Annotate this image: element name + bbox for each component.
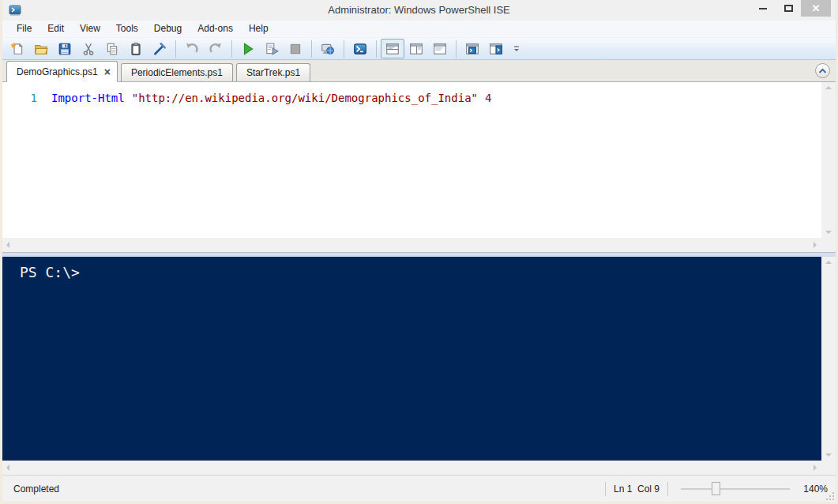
script-editor-pane: 1 Import-Html "http://en.wikipedia.org/w…	[2, 82, 836, 238]
minimize-button[interactable]	[750, 0, 776, 17]
undo-button[interactable]	[180, 39, 204, 58]
scissors-icon	[81, 42, 96, 56]
new-remote-powershell-tab-button[interactable]	[316, 39, 340, 58]
show-command-window-button[interactable]	[460, 39, 484, 58]
tab-label: StarTrek.ps1	[246, 67, 300, 78]
powershell-ise-window: Administrator: Windows PowerShell ISE ✕ …	[0, 0, 838, 504]
menu-file[interactable]: File	[9, 21, 39, 37]
collapse-script-pane-button[interactable]	[815, 63, 830, 78]
status-bar: Completed Ln 1 Col 9 140%	[2, 475, 836, 502]
editor-vertical-scrollbar[interactable]	[821, 82, 836, 238]
clear-console-pane-button[interactable]	[148, 39, 171, 58]
title-bar: Administrator: Windows PowerShell ISE ✕	[2, 0, 836, 21]
redo-button[interactable]	[204, 39, 227, 58]
code-line: 1 Import-Html "http://en.wikipedia.org/w…	[2, 82, 821, 104]
console-output[interactable]: PS C:\>	[2, 257, 821, 461]
menu-view[interactable]: View	[72, 21, 108, 37]
editor-horizontal-scrollbar[interactable]	[2, 238, 836, 252]
close-icon: ✕	[812, 3, 821, 13]
run-selection-button[interactable]	[260, 39, 284, 58]
minimize-icon	[759, 8, 767, 9]
code-command: Import-Html	[51, 92, 125, 104]
toolbar	[2, 37, 836, 60]
scroll-up-icon	[825, 86, 832, 89]
toolbar-separator	[376, 40, 377, 58]
status-text: Completed	[13, 483, 597, 495]
copy-button[interactable]	[100, 39, 124, 58]
new-script-button[interactable]	[6, 39, 29, 58]
open-script-button[interactable]	[29, 39, 53, 58]
zoom-slider[interactable]	[681, 482, 790, 496]
show-command-add-on-button[interactable]	[484, 39, 508, 58]
tab-close-icon[interactable]: ×	[104, 66, 111, 77]
menu-help[interactable]: Help	[241, 21, 276, 37]
window-controls: ✕	[750, 0, 831, 17]
scroll-left-icon	[6, 242, 9, 248]
menu-edit[interactable]: Edit	[39, 21, 72, 37]
paste-button[interactable]	[124, 39, 148, 58]
close-button[interactable]: ✕	[801, 0, 831, 17]
console-vertical-scrollbar[interactable]	[821, 257, 836, 461]
toolbar-overflow-button[interactable]	[509, 39, 524, 58]
scroll-up-icon	[825, 261, 832, 264]
status-separator	[667, 482, 668, 496]
powershell-exe-icon	[353, 42, 367, 56]
show-script-pane-top-button[interactable]	[381, 39, 404, 58]
maximize-icon	[784, 5, 793, 12]
menu-debug[interactable]: Debug	[146, 21, 190, 37]
scroll-down-icon	[825, 231, 832, 234]
undo-icon	[185, 42, 199, 56]
script-pane-maximized-icon	[433, 42, 447, 56]
save-script-button[interactable]	[53, 39, 77, 58]
script-editor[interactable]: 1 Import-Html "http://en.wikipedia.org/w…	[2, 82, 821, 238]
menu-bar: File Edit View Tools Debug Add-ons Help	[2, 21, 836, 37]
overflow-icon	[512, 43, 521, 55]
scroll-right-icon	[814, 465, 817, 471]
clear-console-icon	[152, 42, 167, 56]
tab-demographics[interactable]: DemoGraphics.ps1 ×	[6, 61, 118, 82]
menu-tools[interactable]: Tools	[108, 21, 146, 37]
script-pane-top-icon	[385, 42, 400, 56]
tab-label: DemoGraphics.ps1	[17, 66, 98, 77]
new-script-icon	[10, 42, 24, 56]
scroll-right-icon	[814, 242, 817, 248]
zoom-slider-thumb[interactable]	[712, 482, 720, 495]
show-script-pane-right-button[interactable]	[404, 39, 428, 58]
copy-icon	[105, 42, 119, 56]
chevron-up-icon	[818, 68, 827, 74]
tab-label: PeriodicElements.ps1	[131, 67, 223, 78]
stop-icon	[288, 42, 303, 56]
code-string: "http://en.wikipedia.org/wiki/Demographi…	[132, 92, 478, 104]
toolbar-separator	[231, 40, 232, 58]
cursor-position: Ln 1 Col 9	[614, 483, 660, 495]
line-number: 1	[2, 92, 51, 104]
toolbar-separator	[344, 40, 344, 58]
stop-operation-button[interactable]	[284, 39, 307, 58]
clipboard-icon	[129, 42, 143, 56]
show-script-pane-maximized-button[interactable]	[428, 39, 452, 58]
console-prompt: PS C:\>	[20, 264, 80, 280]
toolbar-separator	[456, 40, 457, 58]
tab-periodic-elements[interactable]: PeriodicElements.ps1	[121, 63, 233, 81]
zoom-slider-track	[681, 488, 790, 490]
console-horizontal-scrollbar[interactable]	[2, 461, 836, 475]
toolbar-separator	[311, 40, 312, 58]
zoom-level: 140%	[798, 483, 828, 495]
code-number: 4	[485, 92, 491, 104]
menu-add-ons[interactable]: Add-ons	[190, 21, 241, 37]
run-icon	[241, 42, 255, 56]
start-powershell-exe-button[interactable]	[348, 39, 372, 58]
resize-grip-icon[interactable]	[825, 491, 835, 501]
command-add-on-icon	[489, 42, 503, 56]
cut-button[interactable]	[77, 39, 100, 58]
remote-tab-icon	[321, 42, 335, 56]
run-selection-icon	[265, 42, 279, 56]
scroll-left-icon	[6, 465, 9, 471]
scroll-down-icon	[825, 453, 832, 457]
window-title: Administrator: Windows PowerShell ISE	[2, 0, 836, 21]
tab-star-trek[interactable]: StarTrek.ps1	[236, 63, 310, 81]
open-folder-icon	[34, 42, 48, 56]
maximize-button[interactable]	[776, 0, 801, 17]
run-script-button[interactable]	[236, 39, 260, 58]
save-icon	[58, 42, 72, 56]
